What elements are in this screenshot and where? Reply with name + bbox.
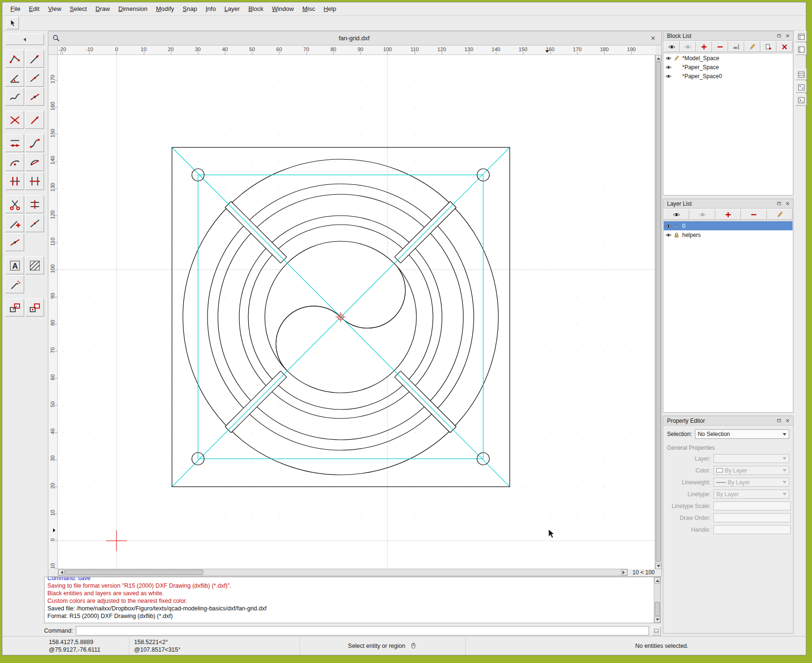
cad-tool-button[interactable] <box>25 111 44 129</box>
double-arrow-icon <box>9 137 21 150</box>
cad-tool-button[interactable] <box>25 299 44 317</box>
panel-toggle-button[interactable] <box>795 31 807 42</box>
triangle-down-icon <box>656 618 659 623</box>
cad-tool-button[interactable] <box>5 50 24 68</box>
cad-tool-button[interactable] <box>5 69 24 87</box>
command-history-toggle-button[interactable] <box>652 627 661 636</box>
selection-dropdown[interactable]: No Selection <box>695 429 789 439</box>
menu-item[interactable]: View <box>44 3 65 14</box>
scroll-left-button[interactable] <box>58 569 64 575</box>
cad-tool-button[interactable] <box>5 172 24 190</box>
cad-tool-button[interactable] <box>5 111 24 129</box>
panel-float-button[interactable] <box>775 200 783 207</box>
cad-tool-button[interactable] <box>25 50 44 68</box>
scrollbar-thumb[interactable] <box>655 602 660 616</box>
cad-tool-button[interactable] <box>5 299 24 317</box>
menu-item[interactable]: Draw <box>91 3 114 14</box>
panel-toolbar-button[interactable] <box>689 209 715 220</box>
history-scrollbar[interactable] <box>654 577 660 623</box>
cad-tool-button[interactable] <box>5 88 24 106</box>
panel-close-button[interactable] <box>784 200 791 207</box>
panel-toolbar-button[interactable] <box>664 209 689 220</box>
panel-close-button[interactable] <box>784 418 791 424</box>
layer-list-item[interactable]: 0 <box>664 221 793 230</box>
panel-toolbar-button[interactable] <box>712 41 728 52</box>
scrollbar-thumb[interactable] <box>65 570 203 575</box>
command-history[interactable]: Command: saveSaving to file format versi… <box>44 577 661 623</box>
menu-item[interactable]: Modify <box>152 3 178 14</box>
panel-float-button[interactable] <box>775 418 783 424</box>
menu-item[interactable]: Layer <box>220 3 244 14</box>
cad-tool-button[interactable] <box>5 233 24 251</box>
cad-tool-button[interactable]: A <box>5 256 24 274</box>
panel-toolbar-button[interactable] <box>696 41 712 52</box>
menu-item[interactable]: Select <box>65 3 91 14</box>
block-list-item[interactable]: *Model_Space <box>664 54 793 63</box>
panel-toolbar-button[interactable] <box>664 41 680 52</box>
ruler-label: -10 <box>50 555 55 569</box>
cad-tool-button[interactable] <box>25 172 44 190</box>
cad-tool-button[interactable] <box>25 214 44 232</box>
visibility-eye-icon[interactable] <box>665 55 672 62</box>
panel-toolbar-button[interactable] <box>715 209 741 220</box>
visibility-eye-icon[interactable] <box>665 223 672 229</box>
menu-item[interactable]: Snap <box>179 3 201 14</box>
visibility-eye-icon[interactable] <box>665 232 672 238</box>
menu-item[interactable]: Edit <box>25 3 44 14</box>
block-list-item[interactable]: *Paper_Space0 <box>664 72 793 81</box>
cad-tool-button[interactable] <box>5 153 24 171</box>
drawing-canvas[interactable] <box>58 55 656 569</box>
panel-toggle-button[interactable] <box>795 44 807 55</box>
cad-tool-button[interactable] <box>25 195 44 213</box>
panel-toolbar-button[interactable] <box>767 209 793 220</box>
cad-tool-button[interactable] <box>5 275 24 293</box>
scroll-up-button[interactable] <box>655 55 661 61</box>
panel-float-button[interactable] <box>775 33 783 39</box>
menu-item[interactable]: Window <box>268 3 298 14</box>
visibility-eye-icon[interactable] <box>665 64 672 71</box>
horizontal-scrollbar[interactable] <box>58 569 628 576</box>
scroll-up-button[interactable] <box>654 577 660 583</box>
panel-toolbar-button[interactable] <box>760 41 776 52</box>
scroll-right-button[interactable] <box>621 569 627 575</box>
panel-toolbar-button[interactable] <box>744 41 760 52</box>
document-close-button[interactable] <box>648 34 658 43</box>
cad-tool-button[interactable] <box>5 214 24 232</box>
cad-tool-button[interactable] <box>25 88 44 106</box>
menu-item[interactable]: Misc <box>298 3 319 14</box>
cad-tool-button[interactable] <box>5 134 24 152</box>
block-list-item[interactable]: *Paper_Space <box>664 63 793 72</box>
menu-item[interactable]: Dimension <box>114 3 152 14</box>
visibility-eye-icon[interactable] <box>665 73 672 80</box>
cad-tool-button[interactable] <box>25 134 44 152</box>
panel-toolbar-button[interactable] <box>680 41 696 52</box>
panel-toolbar-button[interactable]: ab <box>728 41 744 52</box>
cad-tool-button[interactable] <box>25 256 44 274</box>
cad-tool-button[interactable] <box>25 153 44 171</box>
panel-close-button[interactable] <box>784 33 791 39</box>
scroll-down-button[interactable] <box>654 617 660 623</box>
panel-toggle-button[interactable] <box>795 69 807 80</box>
history-line: Saved file: /home/nailxx/Dropbox/Figuro/… <box>47 605 652 612</box>
eye-icon <box>673 211 680 218</box>
vertical-scrollbar[interactable] <box>655 55 661 569</box>
menu-item[interactable]: Help <box>319 3 341 14</box>
panel-toolbar-button[interactable] <box>776 41 793 52</box>
triangle-up-icon <box>657 55 660 60</box>
panel-toggle-button[interactable] <box>795 94 807 106</box>
panel-toolbar-button[interactable] <box>741 209 767 220</box>
lock-icon[interactable] <box>673 232 680 238</box>
panel-toggle-button[interactable] <box>795 82 807 93</box>
scroll-down-button[interactable] <box>655 563 661 569</box>
lock-icon[interactable] <box>673 223 680 229</box>
layer-list-item[interactable]: helpers <box>664 230 793 239</box>
menu-item[interactable]: File <box>6 3 25 14</box>
menu-item[interactable]: Block <box>244 3 268 14</box>
command-input[interactable] <box>76 626 649 636</box>
menu-item[interactable]: Info <box>201 3 220 14</box>
scrollbar-thumb[interactable] <box>656 62 661 562</box>
cad-tool-button[interactable] <box>25 69 44 87</box>
back-button[interactable] <box>5 34 44 45</box>
selection-tool-button[interactable] <box>6 17 19 29</box>
cad-tool-button[interactable] <box>5 195 24 213</box>
